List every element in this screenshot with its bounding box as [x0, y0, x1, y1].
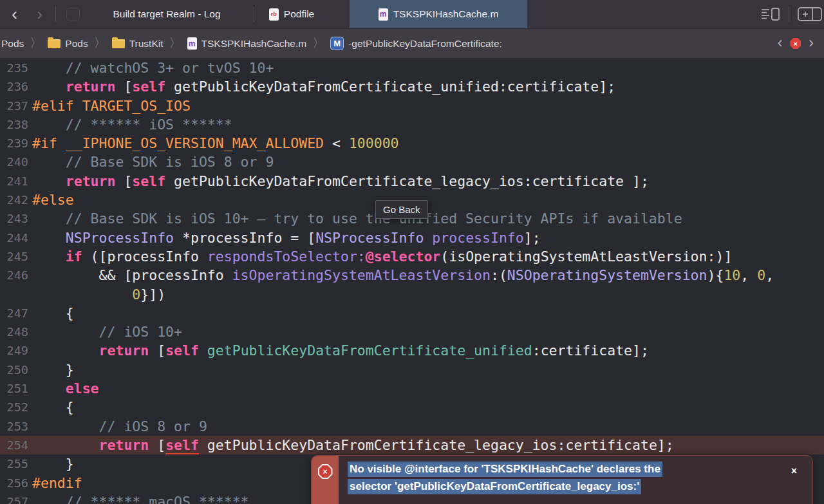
code-line[interactable]: 247 { — [0, 304, 824, 322]
code-text: } — [28, 454, 74, 473]
code-line[interactable]: 246 && [processInfo isOperatingSystemAtL… — [0, 266, 824, 285]
code-editor[interactable]: 235 // watchOS 3+ or tvOS 10+236 return … — [0, 59, 824, 504]
tab-label: Build target Realm - Log — [113, 8, 220, 20]
breadcrumb-project[interactable]: Pods — [1, 38, 24, 50]
breadcrumb-group-trustkit[interactable]: TrustKit — [112, 38, 164, 50]
history-nav: ‹ › — [0, 1, 55, 27]
breadcrumb-file[interactable]: m TSKSPKIHashCache.m — [187, 37, 307, 50]
inactive-tab-icon — [66, 8, 80, 21]
code-line[interactable]: 0}]) — [0, 285, 824, 304]
chevron-right-icon: 〉 — [24, 35, 48, 53]
code-text: else — [28, 379, 99, 398]
close-icon[interactable]: × — [791, 465, 797, 477]
chevron-right-icon: 〉 — [164, 35, 187, 53]
objc-file-icon: m — [187, 37, 197, 50]
error-message-line2: selector 'getPublicKeyDataFromCertificat… — [348, 479, 641, 494]
code-line[interactable]: 235 // watchOS 3+ or tvOS 10+ — [0, 59, 824, 77]
code-line[interactable]: 253 // iOS 8 or 9 — [0, 417, 824, 436]
code-line[interactable]: 251 else — [0, 379, 824, 398]
code-line[interactable]: 248 // iOS 10+ — [0, 322, 824, 341]
error-badge-icon[interactable]: × — [790, 38, 801, 49]
code-line[interactable]: 254 return [self getPublicKeyDataFromCer… — [0, 436, 824, 454]
divider — [789, 6, 789, 22]
previous-issue-icon[interactable]: ‹ — [776, 36, 784, 51]
code-text: 0}]) — [28, 285, 165, 304]
line-number: 246 — [0, 266, 28, 285]
line-number: 255 — [0, 454, 28, 473]
breadcrumb-label: -getPublicKeyDataFromCertificate: — [348, 38, 502, 50]
breadcrumb-label: Pods — [65, 38, 88, 50]
code-text: } — [28, 360, 74, 379]
tab-bar: ‹ › Build target Realm - Log rb Podfile … — [0, 0, 824, 28]
code-text: return [self getPublicKeyDataFromCertifi… — [28, 436, 674, 454]
code-text: { — [28, 398, 74, 416]
add-editor-icon[interactable] — [797, 6, 824, 23]
line-number: 239 — [0, 134, 28, 153]
line-number: 243 — [0, 209, 28, 228]
error-popup[interactable]: × No visible @interface for 'TSKSPKIHash… — [311, 455, 813, 504]
tab-build-log[interactable]: Build target Realm - Log — [80, 0, 254, 28]
line-number: 247 — [0, 304, 28, 322]
breadcrumb-label: TSKSPKIHashCache.m — [201, 38, 307, 50]
go-back-button[interactable]: Go Back — [375, 200, 428, 219]
divider — [254, 6, 254, 22]
code-text: NSProcessInfo *processInfo = [NSProcessI… — [28, 229, 541, 247]
line-number: 241 — [0, 172, 28, 191]
code-text: return [self getPublicKeyDataFromCertifi… — [28, 172, 649, 191]
breadcrumb-method[interactable]: M -getPublicKeyDataFromCertificate: — [330, 37, 502, 50]
breadcrumb-label: Pods — [1, 38, 24, 50]
line-number: 257 — [0, 492, 28, 504]
code-text: { — [28, 304, 74, 322]
line-number: 250 — [0, 360, 28, 379]
line-number — [0, 285, 28, 304]
folder-icon — [48, 39, 61, 48]
line-number: 236 — [0, 77, 28, 96]
code-text: #else — [28, 191, 74, 209]
code-text: #if __IPHONE_OS_VERSION_MAX_ALLOWED < 10… — [28, 134, 399, 153]
code-lines: 235 // watchOS 3+ or tvOS 10+236 return … — [0, 59, 824, 504]
line-number: 242 — [0, 191, 28, 209]
code-line[interactable]: 238 // ****** iOS ****** — [0, 115, 824, 134]
code-text: if ([processInfo respondsToSelector:@sel… — [28, 247, 732, 266]
code-text: // ****** macOS ****** — [28, 492, 249, 504]
line-number: 253 — [0, 417, 28, 436]
line-number: 245 — [0, 247, 28, 266]
tab-label: TSKSPKIHashCache.m — [393, 8, 499, 20]
code-line[interactable]: 241 return [self getPublicKeyDataFromCer… — [0, 172, 824, 191]
tab-label: Podfile — [284, 8, 314, 20]
code-line[interactable]: 244 NSProcessInfo *processInfo = [NSProc… — [0, 229, 824, 247]
code-text: return [self getPublicKeyDataFromCertifi… — [28, 341, 649, 360]
code-line[interactable]: 239#if __IPHONE_OS_VERSION_MAX_ALLOWED <… — [0, 134, 824, 153]
line-number: 249 — [0, 341, 28, 360]
line-number: 238 — [0, 115, 28, 134]
code-text: #endif — [28, 474, 82, 492]
code-line[interactable]: 250 } — [0, 360, 824, 379]
code-line[interactable]: 236 return [self getPublicKeyDataFromCer… — [0, 77, 824, 96]
forward-arrow-icon[interactable]: › — [33, 1, 46, 27]
code-text: // ****** iOS ****** — [28, 115, 232, 134]
error-message: No visible @interface for 'TSKSPKIHashCa… — [339, 456, 671, 504]
code-text: // watchOS 3+ or tvOS 10+ — [28, 59, 274, 77]
tab-podfile[interactable]: rb Podfile — [256, 0, 328, 28]
line-number: 251 — [0, 379, 28, 398]
code-line[interactable]: 240 // Base SDK is iOS 8 or 9 — [0, 153, 824, 171]
tab-tskspkihashcache[interactable]: m TSKSPKIHashCache.m — [350, 0, 527, 28]
back-arrow-icon[interactable]: ‹ — [8, 1, 21, 27]
editor-options-icon[interactable] — [760, 6, 781, 23]
code-text: && [processInfo isOperatingSystemAtLeast… — [28, 266, 774, 285]
method-badge-icon: M — [330, 37, 344, 50]
chevron-right-icon: 〉 — [306, 35, 330, 53]
line-number: 252 — [0, 398, 28, 416]
chevron-right-icon: 〉 — [88, 35, 112, 53]
next-issue-icon[interactable]: › — [807, 36, 815, 51]
code-line[interactable]: 245 if ([processInfo respondsToSelector:… — [0, 247, 824, 266]
breadcrumb-group-pods[interactable]: Pods — [48, 38, 88, 50]
code-line[interactable]: 237#elif TARGET_OS_IOS — [0, 97, 824, 115]
code-line[interactable]: 252 { — [0, 398, 824, 416]
line-number: 235 — [0, 59, 28, 77]
code-text: return [self getPublicKeyDataFromCertifi… — [28, 77, 615, 96]
line-number: 240 — [0, 153, 28, 171]
line-number: 237 — [0, 97, 28, 115]
line-number: 256 — [0, 474, 28, 492]
code-line[interactable]: 249 return [self getPublicKeyDataFromCer… — [0, 341, 824, 360]
